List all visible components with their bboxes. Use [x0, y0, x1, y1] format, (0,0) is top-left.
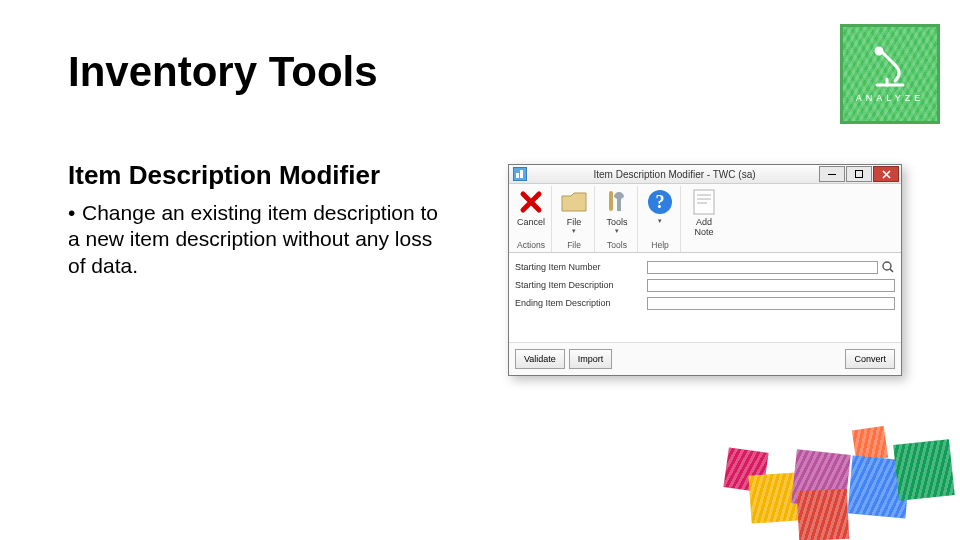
starting-item-number-input[interactable] [647, 261, 878, 274]
maximize-icon [855, 170, 863, 178]
ribbon-help-group: Help [651, 240, 668, 250]
microscope-icon [867, 45, 913, 91]
ribbon-cancel-label: Cancel [517, 217, 545, 227]
ending-item-description-label: Ending Item Description [515, 298, 647, 308]
ribbon-cancel[interactable]: Cancel Actions [511, 186, 552, 252]
lookup-button[interactable] [881, 260, 895, 274]
validate-button[interactable]: Validate [515, 349, 565, 369]
close-button[interactable] [873, 166, 899, 182]
svg-point-0 [876, 48, 882, 54]
app-window: Item Description Modifier - TWC (sa) Can… [508, 164, 902, 376]
ribbon-tools-label: Tools [607, 217, 628, 227]
convert-button[interactable]: Convert [845, 349, 895, 369]
ribbon-file-group: File [567, 240, 581, 250]
help-icon: ? [646, 188, 674, 216]
maximize-button[interactable] [846, 166, 872, 182]
starting-item-number-label: Starting Item Number [515, 262, 647, 272]
ribbon-file-label: File [567, 217, 582, 227]
ribbon-add-note[interactable]: Add Note [683, 186, 725, 252]
ending-item-description-input[interactable] [647, 297, 895, 310]
svg-rect-3 [609, 191, 613, 211]
chevron-down-icon: ▾ [572, 227, 576, 234]
ribbon-file[interactable]: File ▾ File [554, 186, 595, 252]
note-icon [690, 188, 718, 216]
ribbon: Cancel Actions File ▾ File Tools ▾ Tools [509, 184, 901, 253]
bullet-text: Change an existing item description to a… [68, 201, 438, 277]
titlebar: Item Description Modifier - TWC (sa) [509, 165, 901, 184]
bullet-item: •Change an existing item description to … [68, 200, 448, 279]
chevron-down-icon: ▾ [615, 227, 619, 234]
starting-item-description-label: Starting Item Description [515, 280, 647, 290]
section-subtitle: Item Description Modifier [68, 160, 380, 191]
tools-icon [603, 188, 631, 216]
svg-point-7 [883, 262, 891, 270]
window-title: Item Description Modifier - TWC (sa) [531, 169, 818, 180]
analyze-logo: ANALYZE [840, 24, 940, 124]
starting-item-description-input[interactable] [647, 279, 895, 292]
chevron-down-icon: ▾ [658, 217, 662, 224]
page-title: Inventory Tools [68, 48, 378, 96]
form: Starting Item Number Starting Item Descr… [509, 253, 901, 311]
svg-rect-1 [856, 171, 863, 178]
slide: Inventory Tools ANALYZE Item Description… [0, 0, 960, 540]
bullet-marker: • [68, 200, 82, 226]
import-button[interactable]: Import [569, 349, 613, 369]
cancel-icon [517, 188, 545, 216]
folder-icon [560, 188, 588, 216]
close-icon [882, 170, 891, 179]
ribbon-tools[interactable]: Tools ▾ Tools [597, 186, 638, 252]
logo-caption: ANALYZE [856, 93, 924, 103]
svg-rect-6 [694, 190, 714, 214]
ribbon-cancel-group: Actions [517, 240, 545, 250]
minimize-button[interactable] [819, 166, 845, 182]
ribbon-help[interactable]: ? ▾ Help [640, 186, 681, 252]
decorative-squares [716, 410, 946, 530]
button-bar: Validate Import Convert [509, 342, 901, 375]
search-icon [882, 261, 894, 273]
ribbon-addnote-label: Add Note [689, 217, 719, 237]
ribbon-tools-group: Tools [607, 240, 627, 250]
app-icon [513, 167, 527, 181]
svg-text:?: ? [656, 192, 665, 212]
